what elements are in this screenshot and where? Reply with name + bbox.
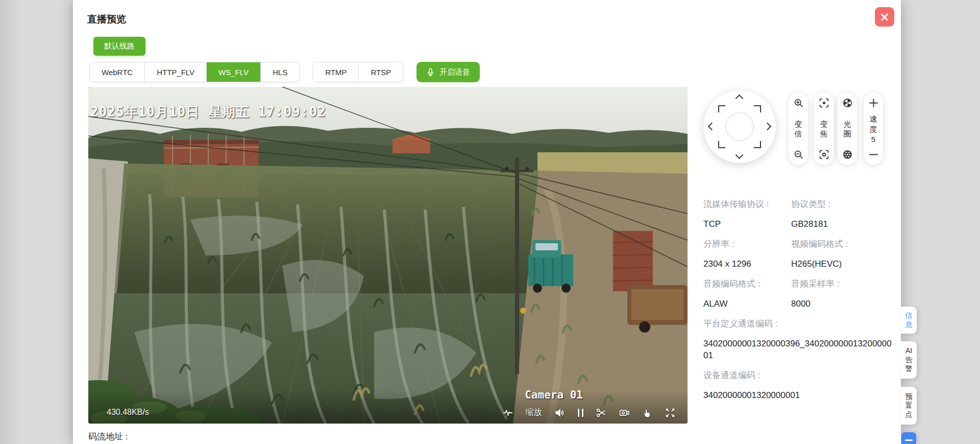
focus-near-icon[interactable] <box>819 98 829 108</box>
info-label: 设备通道编码 : <box>703 369 893 381</box>
tab-rtsp[interactable]: RTSP <box>359 62 403 82</box>
snapshot-icon[interactable] <box>619 408 629 418</box>
ptz-left-arrow[interactable] <box>708 123 716 131</box>
live-video <box>88 87 688 424</box>
speed-pill-label: 速度 <box>869 114 877 134</box>
zoom-out-icon[interactable] <box>794 150 803 159</box>
video-timestamp-overlay: 2025年10月10日 星期五 17:09:02 <box>90 103 326 121</box>
stream-address-label: 码流地址 : <box>88 431 128 442</box>
info-value: 2304 x 1296 <box>703 258 791 270</box>
focus-control-pill: 变焦 <box>814 92 834 165</box>
waveform-icon[interactable] <box>503 408 513 418</box>
speed-value: 5 <box>871 135 875 144</box>
protocol-tab-group-2: RTMP RTSP <box>313 62 403 82</box>
platform-channel-code: 34020000001320000396_3402000000132000000… <box>703 338 893 361</box>
ptz-up-right-bracket[interactable] <box>754 105 761 112</box>
video-bottom-shade <box>88 390 688 424</box>
tab-ws-flv[interactable]: WS_FLV <box>207 62 261 82</box>
iris-open-icon[interactable] <box>843 150 852 159</box>
tab-rtmp[interactable]: RTMP <box>313 62 359 82</box>
chat-icon <box>905 439 913 441</box>
pause-icon[interactable] <box>578 409 584 417</box>
stream-info-panel: 流媒体传输协议 : 协议类型 : TCP GB28181 分辨率 : 视频编码格… <box>703 198 901 409</box>
default-line-button[interactable]: 默认线路 <box>93 37 145 56</box>
info-value: 8000 <box>791 298 811 310</box>
info-label: 协议类型 : <box>791 198 830 210</box>
scissors-icon[interactable] <box>596 408 606 418</box>
info-label: 分辨率 : <box>703 238 791 250</box>
device-channel-code: 34020000001320000001 <box>703 389 893 401</box>
fullscreen-icon[interactable] <box>665 408 675 418</box>
iris-control-pill: 光圈 <box>838 92 857 165</box>
speed-minus-icon[interactable] <box>869 150 878 159</box>
microphone-icon <box>426 68 435 77</box>
info-label: 音频采样率 : <box>791 278 839 290</box>
info-value: H265(HEVC) <box>791 258 842 270</box>
ptz-up-arrow[interactable] <box>736 95 744 103</box>
page-title: 直播预览 <box>87 13 126 26</box>
info-label: 音频编码格式 : <box>703 278 791 290</box>
video-control-bar: 缩放 <box>503 407 676 418</box>
zoom-in-icon[interactable] <box>794 98 803 108</box>
ptz-down-right-bracket[interactable] <box>754 141 761 148</box>
video-player: 2025年10月10日 星期五 17:09:02 Camera 01 430.4… <box>88 87 688 424</box>
focus-far-icon[interactable] <box>819 150 829 159</box>
ptz-center-knob[interactable] <box>725 112 754 141</box>
protocol-tab-bar: WebRTC HTTP_FLV WS_FLV HLS RTMP RTSP 开启语… <box>89 62 480 82</box>
zoom-control-pill: 变倍 <box>789 92 808 165</box>
right-panel: 变倍 变焦 <box>703 87 901 440</box>
ptz-down-arrow[interactable] <box>736 151 744 159</box>
iris-close-icon[interactable] <box>843 98 852 108</box>
side-tab-ai-alarm[interactable]: AI告警 <box>901 341 917 379</box>
tab-hls[interactable]: HLS <box>261 62 299 82</box>
live-preview-modal: 直播预览 默认线路 WebRTC HTTP_FLV WS_FLV HLS RTM… <box>73 0 901 444</box>
close-button[interactable] <box>875 7 894 27</box>
side-tab-preset[interactable]: 预置点 <box>901 387 917 425</box>
info-value: ALAW <box>703 298 791 310</box>
zoom-pill-label: 变倍 <box>794 119 802 139</box>
side-tab-info[interactable]: 信息 <box>901 307 917 334</box>
bitrate-text: 430.48KB/s <box>107 408 149 417</box>
ptz-up-left-bracket[interactable] <box>718 105 725 112</box>
speed-control-pill: 速度 5 <box>864 92 883 165</box>
focus-pill-label: 变焦 <box>820 119 828 139</box>
tab-webrtc[interactable]: WebRTC <box>90 62 145 82</box>
start-voice-button[interactable]: 开启语音 <box>416 62 480 82</box>
info-label: 视频编码格式 : <box>791 238 848 250</box>
info-value: GB28181 <box>791 218 828 230</box>
ptz-down-left-bracket[interactable] <box>718 141 725 148</box>
start-voice-label: 开启语音 <box>439 67 470 77</box>
info-label: 平台定义通道编码 : <box>703 318 893 330</box>
camera-name-overlay: Camera 01 <box>525 389 583 401</box>
protocol-tab-group-1: WebRTC HTTP_FLV WS_FLV HLS <box>89 62 300 82</box>
info-label: 流媒体传输协议 : <box>703 198 791 210</box>
speaker-icon[interactable] <box>555 408 565 418</box>
iris-pill-label: 光圈 <box>843 119 851 139</box>
tab-http-flv[interactable]: HTTP_FLV <box>145 62 207 82</box>
digital-zoom-button[interactable]: 缩放 <box>526 407 542 418</box>
ptz-pad <box>703 90 776 163</box>
ptz-right-arrow[interactable] <box>764 123 772 131</box>
side-tab-chat[interactable] <box>901 432 916 444</box>
info-value: TCP <box>703 218 791 230</box>
speed-plus-icon[interactable] <box>869 98 878 108</box>
hand-pointer-icon[interactable] <box>642 408 652 418</box>
